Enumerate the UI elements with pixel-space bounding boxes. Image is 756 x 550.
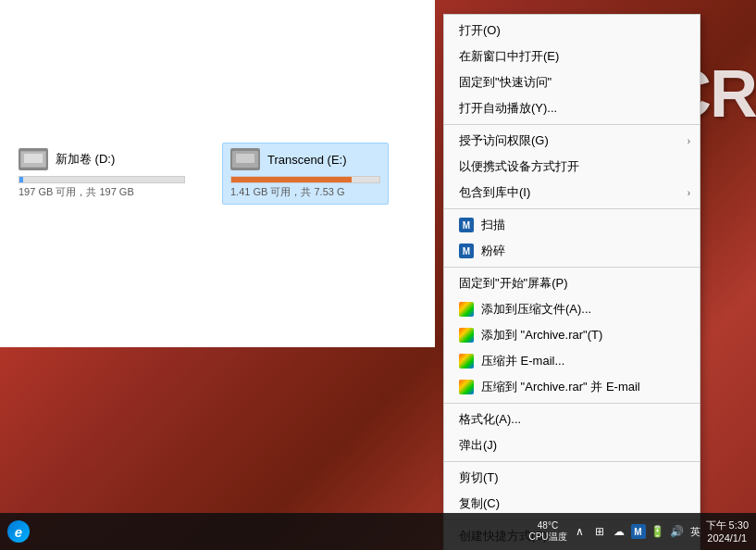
tray-cloud-icon[interactable]: ☁ — [612, 524, 626, 539]
tray-malwarebytes-icon[interactable]: M — [631, 524, 646, 539]
taskbar-right: 48°C CPU温度 ∧ ⊞ ☁ M 🔋 🔊 英 下午 5:30 2024/1/… — [528, 519, 749, 545]
menu-item-add-archive[interactable]: 添加到 "Archive.rar"(T) — [444, 322, 700, 348]
menu-item-format-label: 格式化(A)... — [459, 411, 521, 428]
drive-d[interactable]: 新加卷 (D:) 197 GB 可用，共 197 GB — [19, 148, 185, 199]
menu-item-cut[interactable]: 剪切(T) — [444, 465, 700, 491]
drive-d-info: 197 GB 可用，共 197 GB — [19, 185, 134, 199]
drive-e-header: Transcend (E:) — [230, 148, 347, 170]
menu-item-compress-email-label: 压缩并 E-mail... — [481, 353, 564, 369]
drive-d-bar — [19, 177, 23, 182]
edge-browser-icon[interactable]: e — [7, 520, 30, 543]
explorer-window: 新加卷 (D:) 197 GB 可用，共 197 GB Transcend (E… — [0, 0, 435, 347]
menu-item-grant-access-label: 授予访问权限(G) — [459, 132, 549, 149]
menu-item-add-compress-label: 添加到压缩文件(A)... — [481, 301, 591, 318]
menu-item-compress-archive-email[interactable]: 压缩到 "Archive.rar" 并 E-mail — [444, 374, 700, 400]
winrar-email-icon — [459, 354, 474, 369]
malwarebytes-scan-icon: M — [459, 218, 474, 232]
menu-item-add-compress[interactable]: 添加到压缩文件(A)... — [444, 296, 700, 322]
system-tray: ∧ ⊞ ☁ M 🔋 🔊 — [573, 524, 685, 539]
menu-item-scan[interactable]: M 扫描 — [444, 212, 700, 238]
tray-chevron-icon[interactable]: ∧ — [573, 524, 588, 539]
malwarebytes-shred-icon: M — [459, 244, 474, 258]
menu-item-pin-quick-label: 固定到"快速访问" — [459, 74, 552, 91]
separator-5 — [444, 461, 700, 462]
menu-item-open[interactable]: 打开(O) — [444, 18, 700, 44]
menu-item-cut-label: 剪切(T) — [459, 469, 499, 486]
menu-item-shred[interactable]: M 粉碎 — [444, 238, 700, 264]
cpu-temperature-display: 48°C CPU温度 — [528, 520, 566, 543]
grant-access-arrow-icon: › — [688, 136, 690, 146]
language-indicator[interactable]: 英 — [690, 525, 700, 539]
cpu-temp-value: 48°C — [538, 520, 558, 531]
drive-e-info: 1.41 GB 可用，共 7.53 G — [230, 185, 345, 199]
menu-item-include-lib[interactable]: 包含到库中(I) › — [444, 180, 700, 206]
menu-item-pin-start[interactable]: 固定到"开始"屏幕(P) — [444, 270, 700, 296]
taskbar-left: e — [7, 520, 30, 543]
cpu-temp-label: CPU温度 — [528, 531, 566, 543]
menu-item-open-new-window-label: 在新窗口中打开(E) — [459, 48, 559, 65]
taskbar: e 48°C CPU温度 ∧ ⊞ ☁ M 🔋 🔊 英 下午 5:30 2024/… — [0, 513, 756, 550]
drive-d-icon — [19, 148, 48, 170]
winrar-compress-icon — [459, 302, 474, 317]
drive-d-header: 新加卷 (D:) — [19, 148, 115, 170]
winrar-archive-email-icon — [459, 380, 474, 394]
clock-display[interactable]: 下午 5:30 2024/1/1 — [706, 519, 749, 545]
menu-item-portable-label: 以便携式设备方式打开 — [459, 158, 579, 175]
menu-item-pin-quick[interactable]: 固定到"快速访问" — [444, 69, 700, 95]
drive-e-icon — [230, 148, 260, 170]
menu-item-portable[interactable]: 以便携式设备方式打开 — [444, 154, 700, 180]
winrar-archive-icon — [459, 328, 474, 343]
menu-item-eject[interactable]: 弹出(J) — [444, 432, 700, 458]
menu-item-autoplay[interactable]: 打开自动播放(Y)... — [444, 95, 700, 121]
drive-e[interactable]: Transcend (E:) 1.41 GB 可用，共 7.53 G — [222, 143, 389, 205]
menu-item-format[interactable]: 格式化(A)... — [444, 406, 700, 432]
menu-item-pin-start-label: 固定到"开始"屏幕(P) — [459, 275, 568, 292]
tray-volume-icon[interactable]: 🔊 — [670, 524, 685, 539]
menu-item-compress-email[interactable]: 压缩并 E-mail... — [444, 348, 700, 374]
menu-item-open-new-window[interactable]: 在新窗口中打开(E) — [444, 44, 700, 69]
clock-date: 2024/1/1 — [707, 531, 747, 544]
menu-item-open-label: 打开(O) — [459, 22, 501, 39]
drive-e-name: Transcend (E:) — [267, 153, 347, 167]
drive-d-name: 新加卷 (D:) — [56, 151, 115, 168]
menu-item-add-archive-label: 添加到 "Archive.rar"(T) — [481, 327, 602, 344]
drive-e-bar-container — [230, 176, 380, 183]
menu-item-copy-label: 复制(C) — [459, 495, 500, 512]
menu-item-grant-access[interactable]: 授予访问权限(G) › — [444, 128, 700, 154]
drive-d-bar-container — [19, 176, 185, 183]
separator-4 — [444, 403, 700, 404]
separator-2 — [444, 208, 700, 209]
context-menu: 打开(O) 在新窗口中打开(E) 固定到"快速访问" 打开自动播放(Y)... … — [443, 14, 700, 550]
menu-item-eject-label: 弹出(J) — [459, 437, 497, 454]
menu-item-include-lib-label: 包含到库中(I) — [459, 184, 530, 201]
explorer-content: 新加卷 (D:) 197 GB 可用，共 197 GB Transcend (E… — [0, 0, 435, 347]
menu-item-autoplay-label: 打开自动播放(Y)... — [459, 100, 557, 117]
tray-battery-icon[interactable]: 🔋 — [651, 524, 665, 539]
menu-item-compress-archive-email-label: 压缩到 "Archive.rar" 并 E-mail — [481, 379, 640, 395]
drive-e-bar — [231, 177, 352, 182]
separator-3 — [444, 267, 700, 268]
clock-time: 下午 5:30 — [706, 519, 749, 531]
separator-1 — [444, 124, 700, 125]
tray-network-icon[interactable]: ⊞ — [592, 524, 607, 539]
include-lib-arrow-icon: › — [688, 188, 690, 198]
menu-item-shred-label: 粉碎 — [481, 243, 505, 259]
menu-item-scan-label: 扫描 — [481, 217, 505, 233]
